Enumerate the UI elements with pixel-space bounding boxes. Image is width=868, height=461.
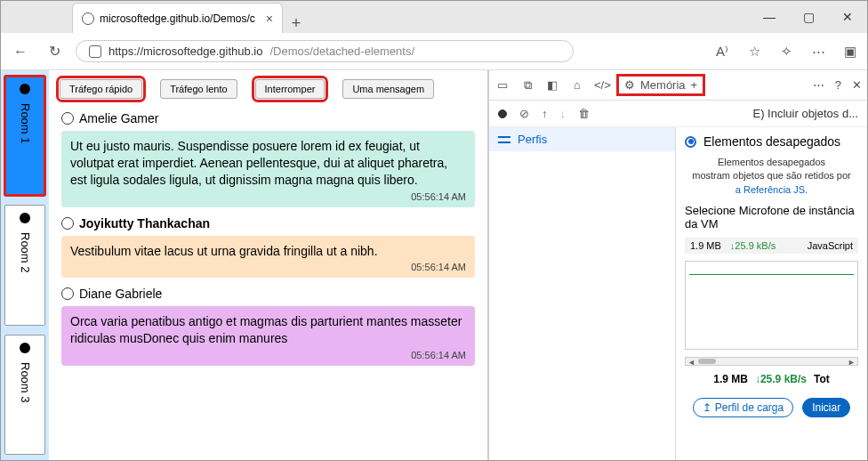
export-icon[interactable]: ↑ bbox=[542, 107, 548, 120]
scroll-right-icon[interactable]: ► bbox=[848, 358, 856, 367]
elements-icon[interactable]: </> bbox=[594, 78, 610, 92]
favorite-icon[interactable]: ☆ bbox=[744, 44, 764, 60]
window-minimize-button[interactable]: — bbox=[750, 1, 789, 33]
mem-size: 1.9 MB bbox=[690, 240, 721, 251]
sliders-icon bbox=[498, 133, 510, 146]
dock-icon[interactable]: ◧ bbox=[544, 78, 560, 92]
fast-traffic-button[interactable]: Tráfego rápido bbox=[60, 79, 142, 99]
clear-icon[interactable]: ⊘ bbox=[519, 107, 529, 120]
message-author-row: Joyikutty Thankachan bbox=[61, 213, 475, 230]
scroll-thumb[interactable] bbox=[698, 359, 716, 364]
author-name: Diane Gabriele bbox=[79, 287, 162, 301]
room-3[interactable]: Room 3 bbox=[4, 335, 45, 455]
one-message-button[interactable]: Uma mensagem bbox=[342, 79, 434, 99]
message-text: Vestibulum vitae lacus ut urna gravida f… bbox=[70, 243, 466, 260]
presence-dot-icon bbox=[20, 213, 30, 223]
globe-icon bbox=[82, 12, 94, 25]
reference-js-link[interactable]: a Referência JS. bbox=[735, 184, 808, 195]
chart-scrollbar[interactable]: ◄ ► bbox=[685, 357, 858, 366]
message-text: Ut eu justo mauris. Suspendisse posuere … bbox=[70, 138, 466, 189]
author-name: Joyikutty Thankachan bbox=[79, 216, 210, 230]
profiling-type-radio[interactable]: Elementos desapegados bbox=[685, 134, 858, 149]
mem-js-label: JavaScript bbox=[808, 240, 853, 251]
mem-size-2: 1.9 MB bbox=[713, 373, 748, 385]
new-tab-button[interactable]: + bbox=[283, 14, 309, 33]
window-close-button[interactable]: ✕ bbox=[828, 1, 867, 33]
include-objects-option[interactable]: E) Incluir objetos d... bbox=[753, 107, 859, 120]
record-icon[interactable] bbox=[498, 109, 507, 118]
more-tabs-icon[interactable]: ⋯ bbox=[813, 78, 824, 92]
browser-tab[interactable]: microsoftedge.github.io/Demos/c × bbox=[72, 3, 283, 33]
welcome-icon[interactable]: ⌂ bbox=[569, 78, 585, 92]
radio-label: Elementos desapegados bbox=[703, 134, 840, 149]
url-field[interactable]: https://microsoftedge.github.io/Demos/de… bbox=[76, 40, 574, 62]
message-author-row: Amelie Gamer bbox=[61, 108, 475, 125]
room-label: Room 3 bbox=[19, 362, 32, 403]
profiling-type-description: Elementos desapegados mostram objetos qu… bbox=[685, 156, 858, 197]
gear-icon: ⚙ bbox=[624, 78, 635, 92]
message-timestamp: 05:56:14 AM bbox=[70, 349, 466, 362]
message-timestamp: 05:56:14 AM bbox=[70, 261, 466, 274]
chart-line bbox=[689, 274, 854, 275]
tab-close-icon[interactable]: × bbox=[266, 12, 273, 26]
message-timestamp: 05:56:14 AM bbox=[70, 190, 466, 204]
back-button[interactable]: ← bbox=[8, 39, 33, 64]
lock-icon bbox=[89, 45, 101, 58]
tab-memory[interactable]: ⚙ Memória + bbox=[619, 77, 703, 93]
slow-traffic-button[interactable]: Tráfego lento bbox=[160, 79, 237, 99]
more-icon[interactable]: ⋯ bbox=[808, 44, 828, 60]
load-profile-label: Perfil de carga bbox=[715, 401, 784, 414]
message-text: Orca varia penatibus antigo et magmas di… bbox=[70, 313, 466, 347]
devtools-panel: ▭ ⧉ ◧ ⌂ </> ⚙ Memória + ⋯ ? ✕ ⊘ ↑ ↓ 🗑 E)… bbox=[488, 70, 867, 460]
avatar-icon bbox=[61, 112, 74, 125]
url-host: https://microsoftedge.github.io bbox=[108, 44, 262, 58]
chat-toolbar: Tráfego rápido Tráfego lento Interromper… bbox=[49, 70, 487, 108]
presence-dot-icon bbox=[20, 343, 30, 353]
profiles-label: Perfis bbox=[518, 133, 547, 146]
message-list: Amelie Gamer Ut eu justo mauris. Suspend… bbox=[49, 108, 487, 460]
mem-rate-2: ↓25.9 kB/s bbox=[755, 373, 807, 385]
message-author-row: Diane Gabriele bbox=[61, 283, 475, 301]
memory-stats-footer: 1.9 MB ↓25.9 kB/s Tot bbox=[685, 373, 858, 385]
message-bubble: Ut eu justo mauris. Suspendisse posuere … bbox=[61, 131, 475, 207]
avatar-icon bbox=[61, 217, 74, 230]
profiles-header[interactable]: Perfis bbox=[489, 127, 675, 151]
room-label: Room 2 bbox=[19, 232, 32, 273]
presence-dot-icon bbox=[20, 84, 30, 94]
memory-toolbar: ⊘ ↑ ↓ 🗑 E) Incluir objetos d... bbox=[489, 101, 867, 127]
room-1[interactable]: Room 1 bbox=[4, 76, 45, 196]
start-button[interactable]: Iniciar bbox=[802, 398, 850, 417]
help-icon[interactable]: ? bbox=[835, 78, 841, 92]
room-label: Room 1 bbox=[19, 103, 32, 144]
message-bubble: Orca varia penatibus antigo et magmas di… bbox=[61, 306, 475, 366]
message-bubble: Vestibulum vitae lacus ut urna gravida f… bbox=[61, 236, 475, 279]
read-aloud-icon[interactable]: A⁾ bbox=[712, 44, 732, 60]
inspect-icon[interactable]: ▭ bbox=[494, 78, 510, 92]
avatar-icon bbox=[61, 287, 74, 300]
mem-rate: ↓25.9 kB/s bbox=[730, 240, 776, 251]
window-titlebar: microsoftedge.github.io/Demos/c × + — ▢ … bbox=[1, 1, 867, 33]
sidebar-toggle-icon[interactable]: ▣ bbox=[840, 44, 860, 60]
scroll-left-icon[interactable]: ◄ bbox=[687, 358, 695, 367]
upload-icon: ↥ bbox=[703, 401, 711, 414]
author-name: Amelie Gamer bbox=[79, 111, 158, 125]
profiles-sidebar: Perfis bbox=[489, 127, 676, 460]
refresh-button[interactable]: ↻ bbox=[42, 39, 67, 64]
trash-icon[interactable]: 🗑 bbox=[578, 107, 590, 120]
tab-title: microsoftedge.github.io/Demos/c bbox=[100, 12, 255, 25]
mem-total-label: Tot bbox=[814, 373, 830, 385]
memory-stats-header: 1.9 MB ↓25.9 kB/s JavaScript bbox=[685, 238, 858, 254]
interrupt-button[interactable]: Interromper bbox=[255, 79, 326, 99]
import-icon[interactable]: ↓ bbox=[560, 107, 567, 120]
tab-memory-label: Memória bbox=[640, 78, 686, 92]
start-label: Iniciar bbox=[812, 401, 840, 414]
room-2[interactable]: Room 2 bbox=[4, 205, 45, 325]
device-icon[interactable]: ⧉ bbox=[519, 78, 535, 93]
devtools-close-icon[interactable]: ✕ bbox=[852, 78, 862, 92]
window-maximize-button[interactable]: ▢ bbox=[789, 1, 828, 33]
radio-icon bbox=[685, 136, 696, 148]
vm-instance-label: Selecione Microfone de instância da VM bbox=[685, 204, 858, 230]
extensions-icon[interactable]: ✧ bbox=[776, 44, 796, 60]
load-profile-button[interactable]: ↥ Perfil de carga bbox=[693, 398, 793, 417]
address-bar: ← ↻ https://microsoftedge.github.io/Demo… bbox=[1, 33, 867, 70]
